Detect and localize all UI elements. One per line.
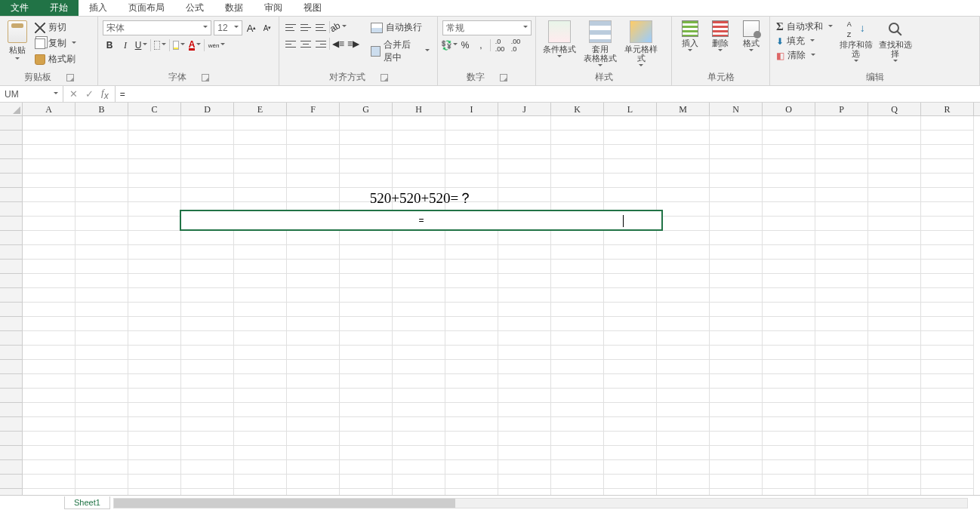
cell[interactable] bbox=[445, 432, 498, 446]
cell[interactable] bbox=[551, 245, 604, 260]
cell[interactable] bbox=[498, 317, 551, 331]
cell[interactable] bbox=[23, 131, 76, 145]
cell[interactable] bbox=[657, 403, 710, 417]
cell[interactable] bbox=[604, 389, 657, 403]
cell[interactable] bbox=[710, 231, 763, 245]
cell[interactable] bbox=[340, 231, 393, 245]
cell[interactable] bbox=[710, 417, 763, 432]
cell[interactable] bbox=[234, 116, 287, 131]
cell[interactable] bbox=[815, 174, 868, 188]
cell[interactable] bbox=[287, 274, 340, 288]
cell[interactable] bbox=[710, 202, 763, 217]
cell[interactable] bbox=[710, 188, 763, 202]
cell[interactable] bbox=[868, 217, 921, 231]
cell[interactable] bbox=[234, 374, 287, 389]
cell[interactable] bbox=[763, 245, 815, 260]
cell[interactable] bbox=[604, 274, 657, 288]
row-header-14[interactable] bbox=[0, 303, 22, 317]
cell[interactable] bbox=[340, 131, 393, 145]
cell[interactable] bbox=[23, 360, 76, 374]
align-middle-button[interactable] bbox=[299, 20, 313, 34]
cut-button[interactable]: 剪切 bbox=[33, 20, 78, 35]
horizontal-scrollbar[interactable] bbox=[113, 498, 968, 508]
cell[interactable] bbox=[287, 389, 340, 403]
autosum-button[interactable]: Σ自动求和 bbox=[775, 20, 834, 33]
cell[interactable] bbox=[445, 274, 498, 288]
cell[interactable] bbox=[445, 116, 498, 131]
cell[interactable] bbox=[23, 446, 76, 460]
column-header-P[interactable]: P bbox=[815, 103, 868, 115]
cell[interactable] bbox=[445, 417, 498, 432]
cell[interactable] bbox=[393, 174, 445, 188]
cell[interactable] bbox=[23, 116, 76, 131]
cell[interactable] bbox=[763, 360, 815, 374]
cell[interactable] bbox=[815, 245, 868, 260]
cell[interactable] bbox=[498, 417, 551, 432]
cell[interactable] bbox=[445, 159, 498, 174]
column-header-Q[interactable]: Q bbox=[868, 103, 921, 115]
cell[interactable] bbox=[868, 303, 921, 317]
cell[interactable] bbox=[815, 360, 868, 374]
cell[interactable] bbox=[23, 217, 76, 231]
cell[interactable] bbox=[551, 317, 604, 331]
cell[interactable] bbox=[181, 159, 234, 174]
cell[interactable] bbox=[710, 260, 763, 274]
cell[interactable] bbox=[604, 460, 657, 475]
cell[interactable] bbox=[445, 303, 498, 317]
cell[interactable] bbox=[340, 432, 393, 446]
cell[interactable] bbox=[551, 403, 604, 417]
tab-review[interactable]: 审阅 bbox=[254, 0, 293, 16]
cell[interactable] bbox=[710, 446, 763, 460]
cell[interactable] bbox=[551, 174, 604, 188]
cell[interactable] bbox=[445, 231, 498, 245]
cell[interactable] bbox=[815, 331, 868, 346]
cell[interactable] bbox=[23, 288, 76, 303]
cell-editing-selection[interactable]: = bbox=[180, 210, 663, 231]
cell[interactable] bbox=[551, 389, 604, 403]
cell[interactable] bbox=[340, 403, 393, 417]
cell[interactable] bbox=[868, 288, 921, 303]
cell[interactable] bbox=[498, 288, 551, 303]
cell[interactable] bbox=[181, 245, 234, 260]
cell[interactable] bbox=[181, 446, 234, 460]
cell[interactable] bbox=[921, 317, 974, 331]
cell[interactable] bbox=[763, 374, 815, 389]
cell[interactable] bbox=[76, 116, 128, 131]
cell[interactable] bbox=[287, 417, 340, 432]
cell[interactable] bbox=[76, 303, 128, 317]
column-header-K[interactable]: K bbox=[551, 103, 604, 115]
cell[interactable] bbox=[763, 231, 815, 245]
cell[interactable] bbox=[498, 131, 551, 145]
cell[interactable] bbox=[498, 432, 551, 446]
cell[interactable] bbox=[181, 475, 234, 489]
tab-page-layout[interactable]: 页面布局 bbox=[118, 0, 175, 16]
cell[interactable] bbox=[921, 432, 974, 446]
cell[interactable] bbox=[128, 231, 181, 245]
cell[interactable] bbox=[234, 274, 287, 288]
cell[interactable] bbox=[868, 116, 921, 131]
cell[interactable] bbox=[76, 331, 128, 346]
cell[interactable] bbox=[921, 360, 974, 374]
cell[interactable] bbox=[657, 346, 710, 360]
cell[interactable] bbox=[393, 417, 445, 432]
cells-area[interactable] bbox=[23, 116, 980, 498]
cell[interactable] bbox=[604, 360, 657, 374]
cell[interactable] bbox=[604, 174, 657, 188]
cell[interactable] bbox=[340, 245, 393, 260]
cell[interactable] bbox=[181, 460, 234, 475]
cell[interactable] bbox=[710, 346, 763, 360]
cell[interactable] bbox=[710, 432, 763, 446]
cell[interactable] bbox=[76, 475, 128, 489]
cell[interactable] bbox=[340, 374, 393, 389]
cell[interactable] bbox=[763, 188, 815, 202]
cell[interactable] bbox=[498, 116, 551, 131]
cell[interactable] bbox=[340, 274, 393, 288]
cell[interactable] bbox=[498, 303, 551, 317]
row-header-17[interactable] bbox=[0, 346, 22, 360]
cell[interactable] bbox=[76, 245, 128, 260]
cell[interactable] bbox=[287, 245, 340, 260]
decrease-font-button[interactable]: A▾ bbox=[260, 21, 274, 35]
cell[interactable] bbox=[76, 131, 128, 145]
cell[interactable] bbox=[763, 460, 815, 475]
cell[interactable] bbox=[657, 389, 710, 403]
